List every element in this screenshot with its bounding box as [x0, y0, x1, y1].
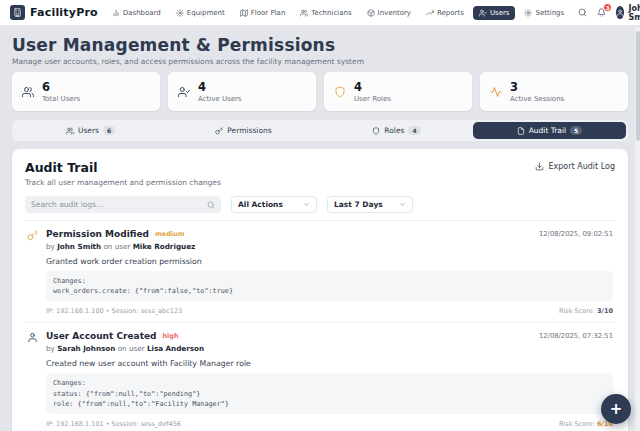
- brand[interactable]: FacilityPro: [10, 5, 98, 20]
- nav-label: Technicians: [311, 9, 351, 17]
- reports-icon: [426, 9, 434, 17]
- entry-description: Created new user account with Facility M…: [46, 359, 613, 368]
- audit-entry[interactable]: Permission Modified medium 12/08/2025, 0…: [25, 220, 615, 322]
- date-filter-select[interactable]: Last 7 Days: [327, 196, 413, 213]
- date-filter-value: Last 7 Days: [334, 200, 383, 209]
- notification-count-badge: 3: [603, 3, 612, 12]
- entry-actor: John Smith: [57, 242, 101, 251]
- change-line: role: {"from":null,"to":"Facility Manage…: [53, 399, 606, 409]
- stat-value: 3: [510, 80, 564, 94]
- export-label: Export Audit Log: [548, 162, 615, 171]
- tab-audit-trail[interactable]: Audit Trail 5: [473, 122, 626, 139]
- nav-label: Reports: [437, 9, 464, 17]
- tab-label: Users: [78, 126, 99, 135]
- chevron-down-icon: [303, 201, 310, 208]
- severity-badge: high: [162, 332, 178, 340]
- activity-icon: [490, 86, 502, 98]
- action-filter-value: All Actions: [238, 200, 283, 209]
- filter-row: All Actions Last 7 Days: [25, 196, 615, 213]
- page-subtitle: Manage user accounts, roles, and access …: [12, 57, 628, 66]
- nav-item-settings[interactable]: Settings: [518, 6, 570, 20]
- entry-risk-score: Risk Score: 6/10: [559, 420, 613, 428]
- change-line: work_orders.create: {"from":false,"to":t…: [53, 286, 606, 296]
- stat-value: 6: [42, 80, 80, 94]
- nav-item-technicians[interactable]: Technicians: [294, 6, 357, 20]
- section-tabs: Users 6 Permissions Roles 4 Audit Trail …: [12, 120, 628, 141]
- user-menu[interactable]: John Smith: [616, 4, 640, 22]
- building-logo-icon: [10, 5, 25, 20]
- main-nav: Dashboard Equipment Floor Plan Technicia…: [106, 6, 570, 20]
- tab-roles[interactable]: Roles 4: [320, 122, 473, 139]
- search-box: [25, 196, 221, 213]
- nav-item-inventory[interactable]: Inventory: [361, 6, 417, 20]
- users-icon: [479, 9, 487, 17]
- stat-card-active-users: 4 Active Users: [168, 72, 316, 111]
- nav-item-equipment[interactable]: Equipment: [170, 6, 231, 20]
- entry-title: Permission Modified: [46, 229, 149, 239]
- shield-icon: [372, 127, 380, 135]
- nav-label: Settings: [535, 9, 564, 17]
- tab-label: Roles: [384, 126, 404, 135]
- entry-byline: by Sarah Johnson on user Lisa Anderson: [46, 344, 613, 353]
- change-line: status: {"from":null,"to":"pending"}: [53, 389, 606, 399]
- stat-label: User Roles: [354, 95, 391, 103]
- panel-title: Audit Trail: [25, 160, 221, 175]
- notifications-bell-icon[interactable]: 3: [597, 8, 606, 17]
- file-text-icon: [517, 127, 525, 135]
- page-header: User Management & Permissions Manage use…: [0, 26, 640, 72]
- user-check-icon: [178, 86, 190, 98]
- action-filter-select[interactable]: All Actions: [231, 196, 317, 213]
- nav-label: Dashboard: [123, 9, 161, 17]
- nav-item-reports[interactable]: Reports: [420, 6, 470, 20]
- tab-permissions[interactable]: Permissions: [167, 122, 320, 139]
- nav-label: Inventory: [378, 9, 411, 17]
- stat-label: Active Users: [198, 95, 241, 103]
- add-button[interactable]: +: [601, 394, 631, 424]
- download-icon: [535, 162, 544, 171]
- stat-value: 4: [198, 80, 241, 94]
- shield-icon: [334, 86, 346, 98]
- panel-subtitle: Track all user management and permission…: [25, 178, 221, 187]
- nav-item-dashboard[interactable]: Dashboard: [106, 6, 167, 20]
- entry-risk-score: Risk Score: 3/10: [559, 307, 613, 315]
- nav-label: Floor Plan: [251, 9, 286, 17]
- navbar-actions: 3 John Smith: [578, 4, 640, 22]
- user-name: John Smith: [628, 4, 640, 22]
- export-audit-log-button[interactable]: Export Audit Log: [535, 162, 615, 171]
- brand-name: FacilityPro: [30, 6, 98, 19]
- tab-label: Audit Trail: [529, 126, 566, 135]
- entry-title: User Account Created: [46, 331, 156, 341]
- dashboard-icon: [112, 9, 120, 17]
- top-navbar: FacilityPro Dashboard Equipment Floor Pl…: [0, 0, 640, 26]
- search-input[interactable]: [31, 200, 203, 209]
- tab-count-badge: 5: [570, 126, 582, 135]
- search-icon[interactable]: [578, 8, 587, 17]
- plus-icon: +: [610, 400, 623, 418]
- floor-plan-icon: [240, 9, 248, 17]
- entry-timestamp: 12/08/2025, 09:02:51: [539, 230, 613, 238]
- stat-card-user-roles: 4 User Roles: [324, 72, 472, 111]
- page-title: User Management & Permissions: [12, 35, 628, 55]
- audit-trail-panel: Audit Trail Track all user management an…: [12, 149, 628, 431]
- audit-entry[interactable]: User Account Created high 12/08/2025, 07…: [25, 322, 615, 431]
- stats-row: 6 Total Users 4 Active Users 4 User Role…: [0, 72, 640, 111]
- users-icon: [22, 86, 34, 98]
- users-icon: [66, 127, 74, 135]
- nav-item-floor-plan[interactable]: Floor Plan: [234, 6, 292, 20]
- nav-item-users[interactable]: Users: [473, 6, 516, 20]
- page-scrollbar-thumb[interactable]: [636, 31, 640, 141]
- stat-card-total-users: 6 Total Users: [12, 72, 160, 111]
- tab-users[interactable]: Users 6: [14, 122, 167, 139]
- entry-changes-block: Changes: work_orders.create: {"from":fal…: [46, 271, 613, 301]
- stat-value: 4: [354, 80, 391, 94]
- stat-label: Total Users: [42, 95, 80, 103]
- settings-icon: [524, 9, 532, 17]
- key-icon: [215, 127, 223, 135]
- entry-meta: IP: 192.168.1.101 • Session: sess_def456: [46, 420, 181, 428]
- severity-badge: medium: [155, 230, 184, 238]
- audit-entries-list: Permission Modified medium 12/08/2025, 0…: [25, 220, 615, 431]
- changes-label: Changes:: [53, 378, 606, 388]
- search-icon: [207, 201, 215, 209]
- user-icon: [27, 332, 38, 428]
- entry-timestamp: 12/08/2025, 07:32:51: [539, 332, 613, 340]
